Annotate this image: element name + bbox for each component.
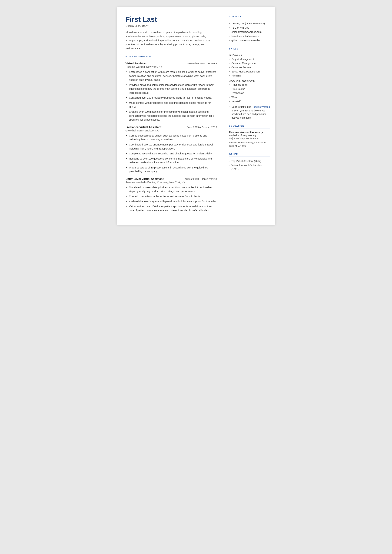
resume-worded-link[interactable]: Resume Worded [252,106,270,108]
work-experience-section: WORK EXPERIENCE Virtual Assistant Novemb… [126,56,217,212]
other-divider [229,156,270,157]
education-section: EDUCATION Resume Worded University Bache… [229,125,270,148]
contact-section: CONTACT Denver, OH (Open to Remote) +1-2… [229,15,270,43]
contact-location: Denver, OH (Open to Remote) [229,21,270,26]
job-2-title: Freelance Virtual Assistant [126,126,161,129]
job-1-header: Virtual Assistant November 2015 – Presen… [126,62,217,65]
list-item: Provided email and communication service… [126,83,217,95]
list-item: Translated business data priorities from… [126,185,217,193]
edu-major: Major in Computer Science [229,137,270,140]
job-3-company: Resume Worded's Exciting Company, New Yo… [126,181,217,184]
job-3-bullets: Translated business data priorities from… [126,185,217,212]
job-1-title: Virtual Assistant [126,62,147,65]
list-item: Virtual scribed over 100 doctor-patient … [126,204,217,212]
list-item: Calendar Management [229,61,270,65]
techniques-list: Project Management Calendar Management C… [229,57,270,78]
skills-note: Don't forget to use Resume Worded to sca… [229,105,270,120]
list-item: Carried out secretarial duties, such as … [126,134,217,142]
other-label: OTHER [229,153,270,155]
other-list: Top Virtual Assistant (2017) Virtual Ass… [229,159,270,172]
edu-degree: Bachelor of Engineering [229,134,270,137]
list-item: Created comparison tables of items and s… [126,194,217,198]
list-item: Virtual Assistant Certification (2022) [229,163,270,171]
edu-awards: Awards: Honor Society, Dean's List 2012 … [229,141,270,148]
contact-github: github.com/resumeworded [229,38,270,43]
list-item: Planning [229,74,270,78]
list-item: Respond to over 100 questions concerning… [126,157,217,165]
techniques-label: Techniques: [229,54,270,56]
job-2-bullets: Carried out secretarial duties, such as … [126,134,217,174]
tools-label: Tools and Frameworks: [229,79,270,82]
list-item: Established a connection with more than … [126,70,217,82]
job-3-header: Entry-Level Virtual Assistant August 201… [126,177,217,181]
job-1: Virtual Assistant November 2015 – Presen… [126,62,217,122]
education-divider [229,128,270,128]
job-3: Entry-Level Virtual Assistant August 201… [126,177,217,212]
contact-phone: +1-234-456-789 [229,26,270,30]
main-column: First Last Virtual Assistant Virtual Ass… [117,7,224,225]
list-item: Created over 100 materials for the compa… [126,110,217,122]
tools-list: Financial Tools Time Doctor Freshbooks W… [229,83,270,104]
candidate-title: Virtual Assistant [126,24,217,28]
skills-label: SKILLS [229,48,270,50]
list-item: Converted over 100 previously published … [126,96,217,100]
work-experience-label: WORK EXPERIENCE [126,56,217,58]
other-section: OTHER Top Virtual Assistant (2017) Virtu… [229,153,270,172]
job-1-dates: November 2015 – Present [187,62,217,65]
list-item: Time Doctor [229,87,270,91]
sidebar-column: CONTACT Denver, OH (Open to Remote) +1-2… [224,7,275,225]
resume-page: First Last Virtual Assistant Virtual Ass… [117,7,275,225]
list-item: Top Virtual Assistant (2017) [229,159,270,163]
job-3-dates: August 2010 – January 2013 [185,178,217,180]
candidate-summary: Virtual Assistant with more than 10 year… [126,30,217,50]
skills-section: SKILLS Techniques: Project Management Ca… [229,48,270,120]
contact-email: email@resumeworded.com [229,30,270,34]
job-1-company: Resume Worded, New York, NY [126,65,217,68]
edu-school: Resume Worded University [229,131,270,134]
list-item: Coordinated over 10 arrangements per day… [126,143,217,151]
work-experience-divider [126,59,217,59]
candidate-name: First Last [126,15,217,23]
list-item: Financial Tools [229,83,270,87]
job-2: Freelance Virtual Assistant June 2013 – … [126,126,217,174]
job-2-header: Freelance Virtual Assistant June 2013 – … [126,126,217,129]
list-item: Assisted the team's agents with part-tim… [126,200,217,203]
skills-note-pre: Don't forget to use [231,106,252,108]
list-item: Prepared a total of 30 presentations in … [126,166,217,174]
contact-label: CONTACT [229,15,270,18]
list-item: Freshbooks [229,91,270,95]
job-3-title: Entry-Level Virtual Assistant [126,177,164,181]
education-label: EDUCATION [229,125,270,127]
list-item: Hubstaff [229,99,270,104]
list-item: Completed reconciliation, reporting, and… [126,152,217,156]
contact-list: Denver, OH (Open to Remote) +1-234-456-7… [229,21,270,43]
list-item: Made contact with prospective and existi… [126,101,217,109]
list-item: Social Media Management [229,70,270,74]
job-1-bullets: Established a connection with more than … [126,70,217,122]
header-section: First Last Virtual Assistant Virtual Ass… [126,15,217,50]
job-2-company: Growthsi, San Francisco, CA [126,129,217,132]
list-item: Wave [229,95,270,99]
contact-linkedin: linkedin.com/in/username [229,34,270,38]
job-2-dates: June 2013 – October 2015 [187,126,217,129]
list-item: Customer Service [229,65,270,70]
list-item: Project Management [229,57,270,61]
skills-note-post: to scan your resume before you send it o… [231,109,266,119]
